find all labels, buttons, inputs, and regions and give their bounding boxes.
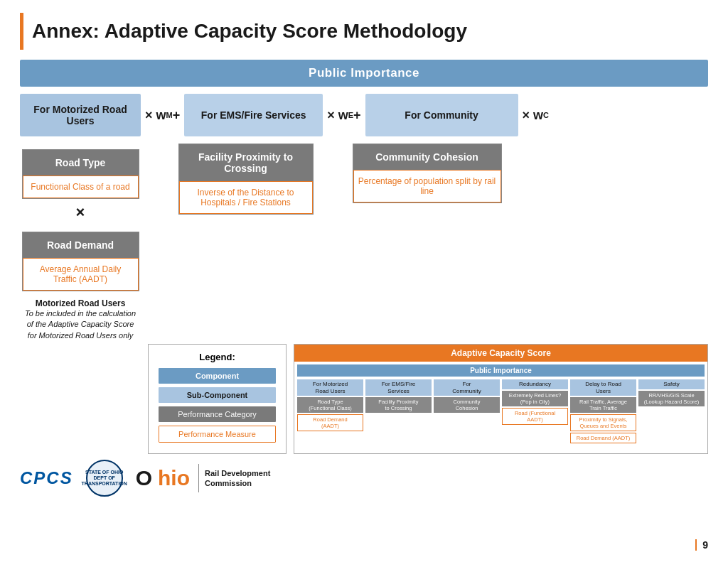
cpcs-logo: CPCS [20, 468, 73, 488]
acs-col-redundancy: Redundancy Extremely Red Lines?(Pop in C… [502, 379, 568, 443]
acs-cell-delay-header: Delay to RoadUsers [570, 379, 636, 396]
operator-c: × wC [518, 94, 553, 136]
page-title-area: Annex: Adaptive Capacity Score Methodolo… [20, 13, 708, 50]
columns-row: For Motorized Road Users × wM+ For EMS/F… [20, 94, 708, 136]
page-title: Annex: Adaptive Capacity Score Methodolo… [32, 20, 467, 43]
acs-col-motorized: For MotorizedRoad Users Road Type(Functi… [297, 379, 363, 443]
community-section: For Community [365, 94, 518, 136]
acs-cell-delay-measure2: Road Demand (AADT) [570, 433, 636, 443]
bottom-row: Legend: Component Sub-Component Performa… [20, 344, 708, 454]
public-importance-banner: Public Importance [20, 60, 708, 87]
page: Annex: Adaptive Capacity Score Methodolo… [0, 0, 728, 562]
ohio-rail-text: O hio Rail Development Commission [136, 464, 271, 492]
operator-e: × wE+ [323, 94, 365, 136]
facility-proximity-box: Facility Proximity to Crossing Inverse o… [178, 144, 314, 215]
road-type-detail: Functional Class of a road [23, 175, 139, 198]
legend-perf-measure: Performance Measure [159, 426, 276, 443]
acs-col-delay: Delay to RoadUsers Rail Traffic, Average… [570, 379, 636, 443]
acs-cell-delay-measure: Proximity to Signals,Queues and Events [570, 414, 636, 431]
page-number: 9 [695, 539, 708, 551]
acs-title: Adaptive Capacity Score [294, 345, 707, 362]
acs-left-cols: For MotorizedRoad Users Road Type(Functi… [294, 378, 707, 445]
acs-cell-motorized-header: For MotorizedRoad Users [297, 379, 363, 396]
subboxes-row: Road Type Functional Class of a road × R… [20, 144, 708, 341]
ems-section: For EMS/Fire Services [184, 94, 323, 136]
motorized-header: For Motorized Road Users [20, 94, 141, 136]
acs-cell-ems-header: For EMS/FireServices [365, 379, 432, 396]
motorized-note: Motorized Road Users To be included in t… [22, 298, 139, 341]
footer: CPCS STATE OF OHIO DEPT OF TRANSPORTATIO… [20, 460, 708, 497]
title-accent-bar [20, 13, 23, 50]
legend-box: Legend: Component Sub-Component Performa… [148, 344, 287, 454]
ems-header: For EMS/Fire Services [184, 94, 323, 136]
motorized-subboxes: Road Type Functional Class of a road × R… [20, 144, 141, 341]
acs-cell-redundancy-measure: Road (FunctionalAADT) [502, 408, 568, 425]
acs-public-importance: Public Importance [297, 364, 705, 377]
acs-cell-safety-cat: RR/VHS/GIS Scale(Lookup Hazard Score) [638, 391, 705, 406]
ohio-rail-commission: Rail Development Commission [205, 468, 270, 489]
acs-cell-delay-cat: Rail Traffic, AverageTrain Traffic [570, 397, 636, 413]
community-cohesion-detail: Percentage of population split by rail l… [353, 170, 501, 202]
ohio-o: O [136, 466, 152, 490]
ems-subboxes: Facility Proximity to Crossing Inverse o… [176, 144, 315, 215]
operator-m: × wM+ [141, 94, 184, 136]
acs-col-ems: For EMS/FireServices Facility Proximityt… [365, 379, 432, 443]
road-demand-detail: Average Annual Daily Traffic (AADT) [23, 258, 139, 291]
motorized-section: For Motorized Road Users [20, 94, 141, 136]
facility-proximity-title: Facility Proximity to Crossing [179, 144, 313, 181]
acs-cell-redundancy-header: Redundancy [502, 379, 568, 389]
multiply-symbol: × [76, 199, 85, 226]
legend-subcomponent: Sub-Component [159, 387, 276, 403]
legend-title: Legend: [159, 352, 276, 362]
acs-cell-community-header: ForCommunity [434, 379, 500, 396]
bottom-spacer-motorized [20, 344, 141, 454]
acs-cell-cohesion: CommunityCohesion [434, 397, 500, 413]
acs-diagram: Adaptive Capacity Score Public Importanc… [294, 344, 708, 454]
community-cohesion-title: Community Cohesion [353, 144, 501, 170]
acs-cell-redundancy-cat: Extremely Red Lines?(Pop in City) [502, 391, 568, 406]
acs-cell-road-type: Road Type(Functional Class) [297, 397, 363, 413]
facility-proximity-detail: Inverse of the Distance to Hospitals / F… [179, 181, 313, 214]
acs-cell-aadt: Road Demand(AADT) [297, 414, 363, 431]
community-header: For Community [365, 94, 518, 136]
acs-col-community: ForCommunity CommunityCohesion [434, 379, 500, 443]
legend-component: Component [159, 368, 276, 384]
road-demand-title: Road Demand [23, 232, 139, 258]
community-cohesion-box: Community Cohesion Percentage of populat… [353, 144, 502, 203]
ohio-hio: hio [158, 466, 190, 490]
acs-col-safety: Safety RR/VHS/GIS Scale(Lookup Hazard Sc… [638, 379, 705, 443]
road-type-box: Road Type Functional Class of a road [22, 149, 139, 199]
legend-perf-category: Performance Category [159, 406, 276, 422]
acs-cell-safety-header: Safety [638, 379, 705, 389]
acs-cell-facility: Facility Proximityto Crossing [365, 397, 432, 413]
ohio-dept-logo: STATE OF OHIO DEPT OF TRANSPORTATION [86, 460, 123, 497]
footer-divider [198, 464, 199, 492]
road-demand-box: Road Demand Average Annual Daily Traffic… [22, 232, 139, 291]
road-type-title: Road Type [23, 150, 139, 175]
community-subboxes: Community Cohesion Percentage of populat… [350, 144, 503, 203]
